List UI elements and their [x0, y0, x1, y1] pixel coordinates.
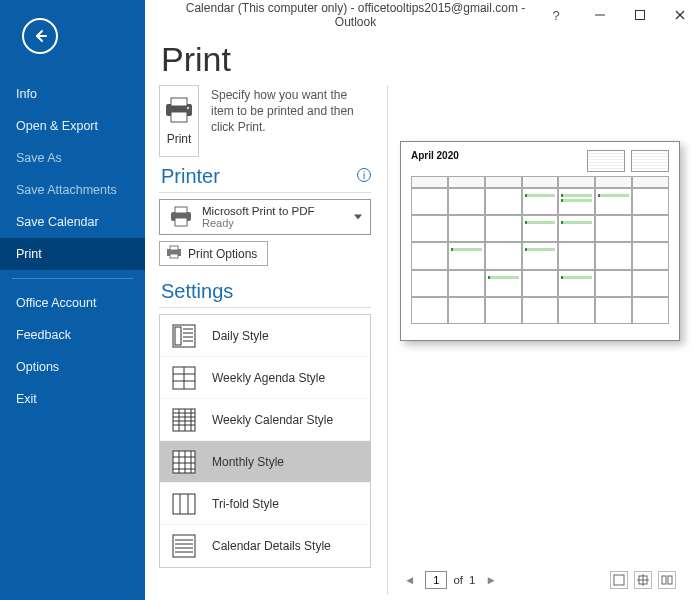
zoom-multi-page-button[interactable]: [658, 571, 676, 589]
nav-save-calendar[interactable]: Save Calendar: [0, 206, 145, 238]
zoom-actual-size-button[interactable]: [634, 571, 652, 589]
svg-rect-53: [668, 576, 672, 584]
style-label: Weekly Calendar Style: [212, 413, 333, 427]
window-title: Calendar (This computer only) - officeto…: [145, 1, 536, 29]
nav-save-as: Save As: [0, 142, 145, 174]
printer-info-icon[interactable]: i: [357, 168, 371, 182]
style-label: Monthly Style: [212, 455, 284, 469]
print-button[interactable]: Print: [159, 85, 199, 157]
prev-page-button[interactable]: ◄: [400, 574, 419, 586]
chevron-down-icon: [354, 215, 362, 220]
nav-exit[interactable]: Exit: [0, 383, 145, 415]
next-page-button[interactable]: ►: [481, 574, 500, 586]
svg-rect-13: [170, 246, 178, 250]
nav-print[interactable]: Print: [0, 238, 145, 270]
maximize-button[interactable]: [620, 0, 660, 30]
style-weekly-calendar[interactable]: Weekly Calendar Style: [160, 399, 370, 441]
nav-feedback[interactable]: Feedback: [0, 319, 145, 351]
svg-rect-7: [171, 112, 187, 122]
page-total: 1: [469, 574, 475, 586]
preview-column: April 2020 ◄ of 1 ►: [387, 85, 680, 595]
print-options-button[interactable]: Print Options: [159, 241, 268, 266]
svg-rect-14: [170, 254, 178, 258]
printer-status: Ready: [202, 217, 314, 229]
preview-month-grid: [411, 176, 669, 324]
main-pane: Print Print Specify how you want the it: [145, 30, 700, 600]
svg-rect-10: [175, 207, 187, 213]
calendar-details-icon: [170, 532, 198, 560]
printer-dropdown[interactable]: Microsoft Print to PDF Ready: [159, 199, 371, 235]
printer-small-icon: [168, 206, 194, 228]
nav-options[interactable]: Options: [0, 351, 145, 383]
page-heading: Print: [161, 40, 680, 79]
printer-name: Microsoft Print to PDF: [202, 205, 314, 217]
style-daily[interactable]: Daily Style: [160, 315, 370, 357]
print-button-label: Print: [167, 132, 192, 146]
style-label: Calendar Details Style: [212, 539, 331, 553]
svg-point-8: [187, 107, 190, 110]
printer-icon: [162, 96, 196, 128]
printer-heading: Printer: [161, 165, 371, 188]
svg-rect-43: [173, 535, 195, 557]
style-weekly-agenda[interactable]: Weekly Agenda Style: [160, 357, 370, 399]
style-list: Daily Style Weekly Agenda Style Weekly C…: [159, 314, 371, 568]
daily-style-icon: [170, 322, 198, 350]
print-options-label: Print Options: [188, 247, 257, 261]
nav-office-account[interactable]: Office Account: [0, 287, 145, 319]
zoom-tools: [610, 571, 676, 589]
style-label: Tri-fold Style: [212, 497, 279, 511]
nav-info[interactable]: Info: [0, 78, 145, 110]
svg-rect-15: [173, 325, 195, 347]
page-of-label: of: [453, 574, 463, 586]
trifold-style-icon: [170, 490, 198, 518]
monthly-style-icon: [170, 448, 198, 476]
nav-open-export[interactable]: Open & Export: [0, 110, 145, 142]
style-calendar-details[interactable]: Calendar Details Style: [160, 525, 370, 567]
nav-save-attachments: Save Attachments: [0, 174, 145, 206]
svg-rect-1: [636, 11, 645, 20]
nav-separator: [12, 278, 133, 279]
help-button[interactable]: ?: [536, 0, 576, 30]
minimize-button[interactable]: [580, 0, 620, 30]
style-monthly[interactable]: Monthly Style: [160, 441, 370, 483]
weekly-agenda-icon: [170, 364, 198, 392]
back-button[interactable]: [22, 18, 58, 54]
backstage-sidebar: Info Open & Export Save As Save Attachme…: [0, 0, 145, 600]
print-options-icon: [166, 245, 182, 262]
close-button[interactable]: [660, 0, 700, 30]
print-description: Specify how you want the item to be prin…: [211, 85, 371, 136]
style-label: Weekly Agenda Style: [212, 371, 325, 385]
svg-rect-52: [662, 576, 666, 584]
style-trifold[interactable]: Tri-fold Style: [160, 483, 370, 525]
settings-heading: Settings: [161, 280, 371, 303]
title-bar: Calendar (This computer only) - officeto…: [145, 0, 700, 30]
style-label: Daily Style: [212, 329, 269, 343]
svg-rect-6: [171, 98, 187, 106]
print-preview: April 2020: [400, 141, 680, 341]
svg-rect-33: [173, 451, 195, 473]
zoom-fit-page-button[interactable]: [610, 571, 628, 589]
svg-rect-40: [173, 494, 195, 514]
page-number-input[interactable]: [425, 571, 447, 589]
print-settings-column: Print Specify how you want the item to b…: [159, 85, 371, 595]
page-navigator: ◄ of 1 ►: [400, 571, 501, 589]
preview-mini-calendars: [587, 150, 669, 172]
svg-rect-11: [175, 218, 187, 226]
svg-rect-25: [173, 409, 195, 431]
svg-rect-48: [614, 575, 624, 585]
weekly-calendar-icon: [170, 406, 198, 434]
